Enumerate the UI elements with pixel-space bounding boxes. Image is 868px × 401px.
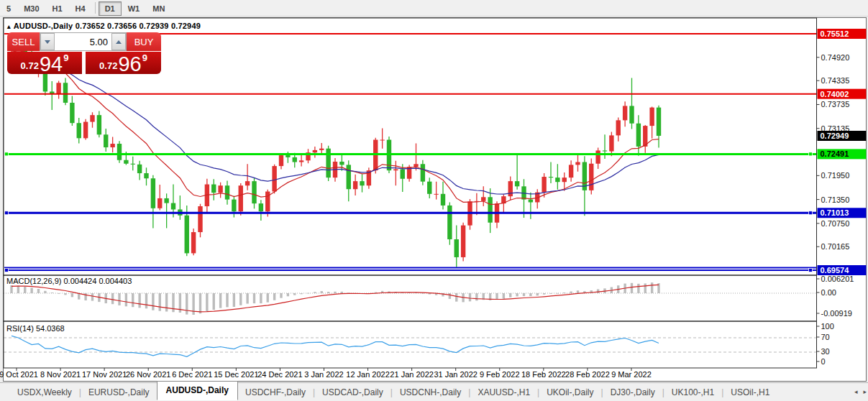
- volume-increase-button[interactable]: [111, 33, 126, 50]
- triangle-up-icon: [116, 40, 122, 44]
- tab-ukoil-daily[interactable]: UKOil-,Daily: [539, 384, 600, 400]
- triangle-down-icon: [45, 40, 50, 44]
- tab-xauusd-h1[interactable]: XAUUSD-,H1: [470, 384, 537, 400]
- tabs-scroll-left-icon[interactable]: ◂: [854, 388, 858, 395]
- collapse-triangle-icon: ▴: [7, 23, 11, 30]
- buy-price-big: 96: [118, 55, 141, 73]
- timeframe-button-m30[interactable]: M30: [17, 1, 45, 16]
- buy-price-tile[interactable]: 0.72 96 9: [86, 52, 161, 74]
- one-click-trade-panel: SELL 5.00 BUY 0.72 94 9 0.72 96 9: [7, 32, 161, 74]
- buy-price-pip: 9: [142, 52, 147, 63]
- sell-price-pip: 9: [63, 52, 68, 63]
- toolbar-separator: [95, 2, 96, 14]
- tab-usdcad-daily[interactable]: USDCAD-,Daily: [315, 384, 390, 400]
- sell-price-tile[interactable]: 0.72 94 9: [7, 52, 82, 74]
- tab-usdcnh-daily[interactable]: USDCNH-,Daily: [393, 384, 468, 400]
- tab-usdx-weekly[interactable]: USDX,Weekly: [10, 384, 79, 400]
- sell-price-big: 94: [40, 55, 63, 73]
- volume-spinner: 5.00: [40, 32, 127, 51]
- chart-title: ▴AUDUSD-,Daily 0.73652 0.73656 0.72939 0…: [7, 22, 201, 30]
- chart-ohlc-values: 0.73652 0.73656 0.72939 0.72949: [76, 22, 201, 30]
- tab-usoil-h1[interactable]: USOil-,H1: [723, 384, 777, 400]
- timeframe-toolbar: 5M30H1H4D1W1MN: [0, 0, 868, 17]
- timeframe-button-h4[interactable]: H4: [69, 1, 92, 16]
- buy-button[interactable]: BUY: [127, 32, 161, 51]
- volume-decrease-button[interactable]: [40, 33, 55, 50]
- tab-audusd-daily[interactable]: AUDUSD-,Daily: [157, 381, 238, 400]
- buy-price-base: 0.72: [99, 60, 117, 71]
- symbol-tab-bar: USDX,Weekly|EURUSD-,DailyAUDUSD-,DailyUS…: [0, 382, 868, 401]
- chart-symbol-label: AUDUSD-,Daily: [14, 22, 73, 30]
- tab-eurusd-daily[interactable]: EURUSD-,Daily: [81, 384, 157, 400]
- timeframe-button-5[interactable]: 5: [0, 1, 17, 16]
- timeframe-button-mn[interactable]: MN: [146, 1, 171, 16]
- tab-uk100-h1[interactable]: UK100-,H1: [664, 384, 721, 400]
- timeframe-button-d1[interactable]: D1: [99, 1, 122, 16]
- tab-usdchf-daily[interactable]: USDCHF-,Daily: [238, 384, 313, 400]
- timeframe-button-w1[interactable]: W1: [122, 1, 147, 16]
- tabs-scroll-right-icon[interactable]: ▸: [863, 388, 867, 395]
- timeframe-button-h1[interactable]: H1: [46, 1, 69, 16]
- volume-value[interactable]: 5.00: [55, 33, 111, 50]
- sell-button[interactable]: SELL: [7, 32, 40, 51]
- tab-dj30-daily[interactable]: DJ30-,Daily: [603, 384, 662, 400]
- sell-price-base: 0.72: [21, 60, 39, 71]
